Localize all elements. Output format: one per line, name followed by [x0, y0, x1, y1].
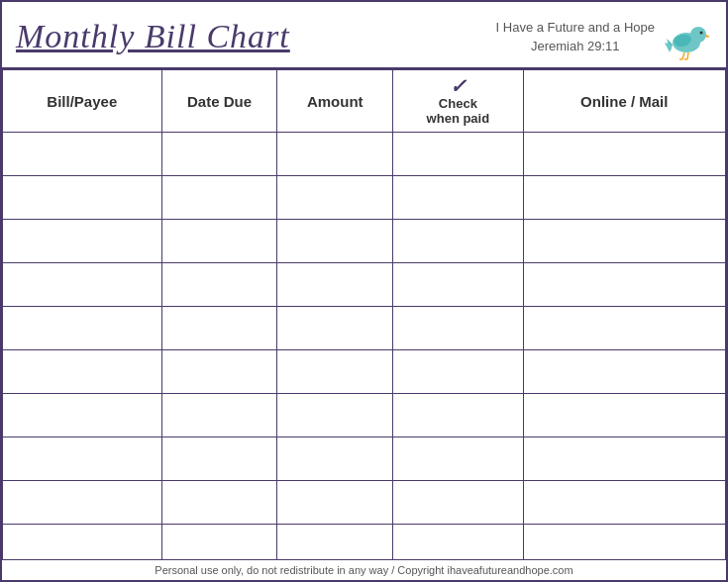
table-row[interactable] — [3, 263, 726, 307]
table-cell — [523, 220, 725, 263]
table-cell — [393, 176, 523, 220]
footer: Personal use only, do not redistribute i… — [2, 559, 726, 580]
svg-line-8 — [687, 52, 688, 59]
table-cell — [393, 394, 523, 437]
table-cell — [161, 394, 277, 437]
table-cell — [277, 133, 393, 176]
table-cell — [161, 350, 277, 394]
table-cell — [523, 133, 725, 176]
table-cell — [523, 394, 725, 437]
table-cell — [161, 176, 277, 220]
table-section: Bill/Payee Date Due Amount ✓ Checkwhen p… — [2, 69, 726, 559]
table-row[interactable] — [3, 394, 726, 437]
col-header-check-when-paid: ✓ Checkwhen paid — [393, 70, 523, 133]
table-cell — [393, 350, 523, 394]
table-cell — [277, 350, 393, 394]
table-cell — [523, 350, 725, 394]
col-header-online-mail: Online / Mail — [523, 70, 725, 133]
table-cell — [277, 176, 393, 220]
header-right: I Have a Future and a Hope Jeremiah 29:1… — [496, 13, 712, 60]
header: Monthly Bill Chart I Have a Future and a… — [2, 2, 726, 69]
table-cell — [161, 437, 277, 481]
svg-line-7 — [682, 52, 684, 59]
bill-chart-table: Bill/Payee Date Due Amount ✓ Checkwhen p… — [2, 69, 726, 559]
table-cell — [3, 176, 162, 220]
table-cell — [523, 263, 725, 307]
table-cell — [523, 176, 725, 220]
table-cell — [161, 133, 277, 176]
table-row[interactable] — [3, 350, 726, 394]
table-cell — [3, 350, 162, 394]
table-cell — [3, 525, 162, 560]
header-tagline: I Have a Future and a Hope Jeremiah 29:1… — [496, 18, 655, 56]
table-cell — [393, 437, 523, 481]
table-cell — [3, 481, 162, 525]
table-cell — [161, 481, 277, 525]
table-row[interactable] — [3, 176, 726, 220]
table-row[interactable] — [3, 437, 726, 481]
table-cell — [161, 263, 277, 307]
table-cell — [277, 525, 393, 560]
svg-point-2 — [700, 32, 703, 35]
table-row[interactable] — [3, 133, 726, 176]
svg-marker-3 — [706, 35, 710, 38]
table-cell — [277, 481, 393, 525]
page-title: Monthly Bill Chart — [16, 18, 290, 55]
table-cell — [523, 437, 725, 481]
table-row[interactable] — [3, 307, 726, 350]
table-row[interactable] — [3, 481, 726, 525]
svg-point-1 — [690, 27, 706, 43]
table-cell — [277, 263, 393, 307]
table-row[interactable] — [3, 220, 726, 263]
table-cell — [393, 263, 523, 307]
bird-icon — [661, 13, 712, 60]
table-cell — [3, 220, 162, 263]
table-cell — [393, 525, 523, 560]
table-cell — [523, 481, 725, 525]
table-cell — [3, 394, 162, 437]
table-cell — [393, 220, 523, 263]
table-cell — [277, 437, 393, 481]
col-header-amount: Amount — [277, 70, 393, 133]
checkmark-icon: ✓ — [450, 76, 467, 96]
col-header-bill-payee: Bill/Payee — [3, 70, 162, 133]
table-cell — [3, 437, 162, 481]
table-cell — [393, 481, 523, 525]
table-cell — [161, 307, 277, 350]
table-cell — [3, 133, 162, 176]
table-body — [3, 133, 726, 560]
table-cell — [523, 525, 725, 560]
table-cell — [277, 220, 393, 263]
table-cell — [393, 133, 523, 176]
table-cell — [277, 394, 393, 437]
table-row[interactable] — [3, 525, 726, 560]
table-header-row: Bill/Payee Date Due Amount ✓ Checkwhen p… — [3, 70, 726, 133]
table-cell — [393, 307, 523, 350]
table-cell — [3, 263, 162, 307]
page-wrapper: Monthly Bill Chart I Have a Future and a… — [0, 0, 728, 582]
col-header-date-due: Date Due — [161, 70, 277, 133]
table-cell — [161, 525, 277, 560]
table-cell — [161, 220, 277, 263]
table-cell — [277, 307, 393, 350]
table-cell — [3, 307, 162, 350]
table-cell — [523, 307, 725, 350]
